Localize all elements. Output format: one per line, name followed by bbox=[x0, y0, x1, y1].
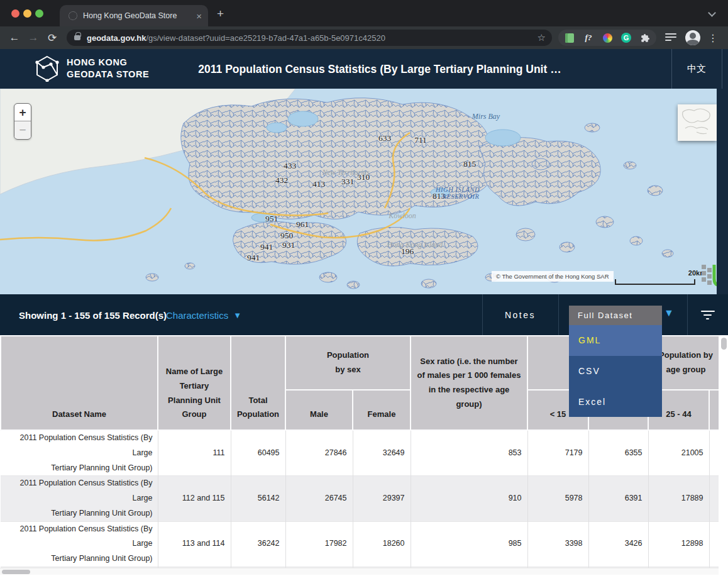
cell-dataset-name: 2011 Population Census Statistics (By La… bbox=[1, 476, 158, 521]
map-unit-label: 951 bbox=[265, 214, 278, 224]
window-zoom-button[interactable] bbox=[35, 9, 43, 18]
full-dataset-select[interactable]: Full Dataset bbox=[569, 306, 662, 325]
cell-total: 36242 bbox=[231, 521, 285, 567]
map-scalebar bbox=[615, 279, 695, 285]
cell-sex_ratio: 853 bbox=[411, 430, 527, 476]
reload-button[interactable]: ⟳ bbox=[43, 31, 62, 45]
map-unit-label: 413 bbox=[312, 179, 325, 189]
cell-male: 17982 bbox=[285, 521, 353, 567]
browser-tab[interactable]: Hong Kong GeoData Store × bbox=[60, 5, 208, 26]
zoom-in-button[interactable]: + bbox=[14, 104, 31, 121]
cell-group: 111 bbox=[158, 430, 231, 476]
url-host: geodata.gov.hk bbox=[87, 33, 146, 43]
forward-button[interactable]: → bbox=[24, 31, 43, 44]
notes-button[interactable]: Notes bbox=[482, 294, 558, 335]
col-header-total-population[interactable]: Total Population bbox=[231, 336, 285, 430]
new-tab-button[interactable]: + bbox=[217, 8, 224, 19]
site-favicon-icon bbox=[69, 11, 77, 20]
table-row[interactable]: 2011 Population Census Statistics (By La… bbox=[1, 430, 719, 476]
col-header-dataset-name[interactable]: Dataset Name bbox=[1, 336, 158, 430]
cell-dataset-name: 2011 Population Census Statistics (By La… bbox=[1, 521, 158, 567]
table-row[interactable]: 2011 Population Census Statistics (By La… bbox=[1, 476, 719, 521]
cell-age_lt15: 5978 bbox=[527, 476, 588, 521]
map-place-label: New Territories bbox=[322, 168, 369, 177]
map-attribution: © The Government of the Hong Kong SAR bbox=[492, 271, 614, 282]
map-unit-label: 950 bbox=[280, 231, 293, 241]
bookmark-star-icon[interactable]: ☆ bbox=[538, 32, 546, 43]
export-option-gml[interactable]: GML bbox=[569, 325, 662, 356]
map-viewport[interactable]: 6337114334324133313108158139519619509319… bbox=[0, 89, 717, 294]
vertical-scrollbar-thumb[interactable] bbox=[721, 338, 727, 350]
url-text: geodata.gov.hk/gs/view-dataset?uuid=ace2… bbox=[87, 33, 532, 43]
export-option-excel[interactable]: Excel bbox=[569, 386, 662, 417]
col-header-female[interactable]: Female bbox=[353, 390, 411, 430]
map-unit-label: 433 bbox=[284, 161, 296, 171]
map-unit-label: 432 bbox=[275, 175, 288, 186]
cell-group: 112 and 115 bbox=[158, 476, 231, 521]
language-toggle-button[interactable]: 中文 bbox=[671, 49, 722, 89]
table-row[interactable]: 2011 Population Census Statistics (By La… bbox=[1, 521, 719, 567]
cell-age_25_44: 21005 bbox=[648, 430, 709, 476]
lock-icon bbox=[74, 35, 80, 40]
characteristics-dropdown[interactable]: Characteristics ▼ bbox=[166, 309, 241, 320]
colorwheel-extension-icon[interactable] bbox=[602, 33, 612, 43]
record-count-text: Showing 1 - 155 of 155 Record(s) bbox=[19, 309, 167, 320]
reading-list-icon[interactable] bbox=[665, 33, 676, 42]
header-divider bbox=[722, 49, 722, 89]
cell-partial bbox=[709, 476, 719, 521]
col-header-male[interactable]: Male bbox=[285, 390, 353, 430]
sheets-extension-icon[interactable] bbox=[565, 33, 575, 43]
group-header-population-by-sex: Population by sex bbox=[285, 336, 411, 390]
grammarly-extension-icon[interactable]: G bbox=[621, 33, 631, 43]
full-dataset-triangle-icon[interactable]: ▼ bbox=[664, 307, 674, 319]
tab-close-icon[interactable]: × bbox=[196, 11, 202, 21]
window-minimize-button[interactable] bbox=[23, 9, 31, 18]
tab-search-chevron-icon[interactable] bbox=[708, 9, 716, 17]
site-logo[interactable]: HONG KONG GEODATA STORE bbox=[35, 55, 149, 82]
cell-age_25_44: 12898 bbox=[648, 521, 709, 567]
geodata-hexagon-logo-icon bbox=[35, 55, 59, 82]
horizontal-scrollbar[interactable] bbox=[0, 568, 719, 575]
cell-age_15_24: 3426 bbox=[588, 521, 648, 567]
screen: Hong Kong GeoData Store × + ← → ⟳ geodat… bbox=[0, 0, 728, 576]
map-side-strip bbox=[717, 89, 728, 294]
site-header: HONG KONG GEODATA STORE 2011 Population … bbox=[0, 49, 728, 89]
profile-avatar[interactable] bbox=[685, 30, 700, 45]
back-button[interactable]: ← bbox=[5, 31, 24, 44]
map-basemap bbox=[0, 89, 717, 294]
col-header-age-next-partial bbox=[709, 390, 719, 430]
cell-age_lt15: 3398 bbox=[527, 521, 588, 567]
overview-map-thumbnail[interactable] bbox=[678, 104, 717, 141]
cell-age_25_44: 17889 bbox=[648, 476, 709, 521]
cell-total: 60495 bbox=[231, 430, 285, 476]
extensions-puzzle-icon[interactable] bbox=[640, 33, 650, 43]
window-close-button[interactable] bbox=[11, 9, 19, 18]
horizontal-scrollbar-thumb[interactable] bbox=[2, 570, 30, 574]
map-place-label: Kowloon bbox=[389, 211, 416, 221]
export-option-csv[interactable]: CSV bbox=[569, 356, 662, 387]
map-place-label: Hong Kong Island bbox=[387, 240, 443, 250]
browser-menu-icon[interactable]: ⋮ bbox=[708, 32, 718, 44]
cell-female: 18260 bbox=[353, 521, 411, 567]
col-header-sex-ratio[interactable]: Sex ratio (i.e. the number of males per … bbox=[411, 336, 527, 430]
map-unit-label: 633 bbox=[378, 133, 391, 143]
filter-button[interactable] bbox=[687, 294, 728, 335]
address-bar[interactable]: geodata.gov.hk/gs/view-dataset?uuid=ace2… bbox=[67, 30, 552, 46]
toolbar-divider bbox=[558, 294, 559, 335]
map-unit-label: 941 bbox=[260, 242, 273, 252]
cell-male: 26745 bbox=[285, 476, 353, 521]
cell-dataset-name: 2011 Population Census Statistics (By La… bbox=[1, 430, 158, 476]
cell-sex_ratio: 910 bbox=[411, 476, 527, 521]
cell-group: 113 and 114 bbox=[158, 521, 231, 567]
function-extension-icon[interactable]: f? bbox=[583, 33, 593, 43]
extensions-container: f? G bbox=[558, 30, 656, 46]
col-header-group-name[interactable]: Name of Large Tertiary Planning Unit Gro… bbox=[158, 336, 231, 430]
map-unit-label: 815 bbox=[463, 159, 476, 169]
page-title: 2011 Population Census Statistics (By La… bbox=[198, 62, 561, 75]
cell-female: 29397 bbox=[353, 476, 411, 521]
cell-total: 56142 bbox=[231, 476, 285, 521]
zoom-out-button[interactable]: − bbox=[14, 121, 31, 138]
characteristics-label: Characteristics bbox=[166, 309, 228, 320]
cell-sex_ratio: 985 bbox=[411, 521, 527, 567]
map-unit-label: 931 bbox=[282, 240, 295, 250]
